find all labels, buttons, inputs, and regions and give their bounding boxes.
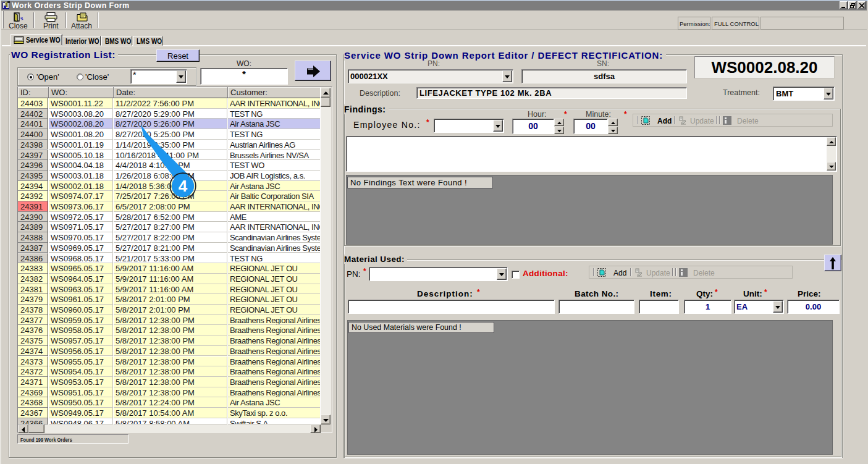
svg-text:4: 4 xyxy=(179,177,188,195)
